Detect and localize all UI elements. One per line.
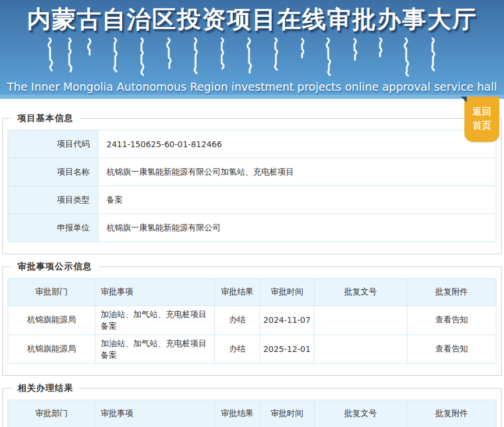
result-cell: 办结: [215, 335, 260, 364]
return-home-label-line2: 首页: [464, 119, 499, 133]
site-title-chinese: 内蒙古自治区投资项目在线审批办事大厅: [0, 0, 504, 35]
column-header-dept: 审批部门: [8, 279, 95, 306]
main-content: 项目基本信息 项目代码 2411-150625-60-01-812466 项目名…: [0, 99, 504, 427]
doc-number-cell: [314, 335, 407, 364]
table-header-row: 审批部门 审批事项 审批结果 审批时间 批复文号 批复附件: [8, 400, 496, 427]
mongolian-script-decoration: [40, 37, 464, 79]
item-cell: 加油站、加气站、充电桩项目备案: [95, 306, 215, 335]
doc-number-cell: [314, 306, 407, 335]
table-row: 项目类型 备案: [8, 186, 496, 214]
site-header: 内蒙古自治区投资项目在线审批办事大厅 The Inner Mongolia Au…: [0, 0, 504, 99]
column-header-result: 审批结果: [215, 400, 260, 427]
row-label: 申报单位: [8, 214, 98, 242]
dept-cell: 杭锦旗能源局: [8, 335, 95, 364]
column-header-attachment: 批复附件: [407, 400, 496, 427]
project-code-value: 2411-150625-60-01-812466: [98, 130, 496, 158]
column-header-item: 审批事项: [95, 400, 215, 427]
project-type-value: 备案: [98, 186, 496, 214]
column-header-doc-number: 批复文号: [314, 400, 407, 427]
approval-publicity-table: 审批部门 审批事项 审批结果 审批时间 批复文号 批复附件 杭锦旗能源局 加油站…: [8, 278, 496, 364]
project-name-value: 杭锦旗一康氢能新能源有限公司加氢站、充电桩项目: [98, 158, 496, 186]
table-row: 申报单位 杭锦旗一康氢能新能源有限公司: [8, 214, 496, 242]
result-cell: 办结: [215, 306, 260, 335]
section-related-results: 相关办理结果 审批部门 审批事项 审批结果 审批时间 批复文号 批复附件: [2, 383, 502, 427]
return-home-label-line1: 返回: [464, 105, 499, 119]
dept-cell: 杭锦旗能源局: [8, 306, 95, 335]
item-cell: 加油站、加气站、充电桩项目备案: [95, 335, 215, 364]
section-title-approval-publicity: 审批事项公示信息: [12, 261, 98, 272]
column-header-attachment: 批复附件: [407, 279, 496, 306]
column-header-result: 审批结果: [215, 279, 260, 306]
column-header-dept: 审批部门: [8, 400, 95, 427]
column-header-item: 审批事项: [95, 279, 215, 306]
section-title-related-results: 相关办理结果: [12, 383, 79, 394]
section-title-basic-info: 项目基本信息: [12, 113, 79, 124]
section-basic-info: 项目基本信息 项目代码 2411-150625-60-01-812466 项目名…: [2, 113, 502, 254]
related-results-table: 审批部门 审批事项 审批结果 审批时间 批复文号 批复附件: [8, 400, 496, 427]
row-label: 项目类型: [8, 186, 98, 214]
date-cell: 2024-11-07: [260, 306, 314, 335]
view-notice-link[interactable]: 查看告知: [407, 306, 496, 335]
table-row: 杭锦旗能源局 加油站、加气站、充电桩项目备案 办结 2025-12-01 查看告…: [8, 335, 496, 364]
declaring-unit-value: 杭锦旗一康氢能新能源有限公司: [98, 214, 496, 242]
return-home-button[interactable]: 返回 首页: [464, 97, 499, 142]
date-cell: 2025-12-01: [260, 335, 314, 364]
column-header-doc-number: 批复文号: [314, 279, 407, 306]
view-notice-link[interactable]: 查看告知: [407, 335, 496, 364]
table-row: 项目名称 杭锦旗一康氢能新能源有限公司加氢站、充电桩项目: [8, 158, 496, 186]
section-approval-publicity: 审批事项公示信息 审批部门 审批事项 审批结果 审批时间 批复文号 批复附件 杭…: [2, 261, 502, 376]
table-row: 项目代码 2411-150625-60-01-812466: [8, 130, 496, 158]
basic-info-table: 项目代码 2411-150625-60-01-812466 项目名称 杭锦旗一康…: [8, 130, 496, 242]
table-row: 杭锦旗能源局 加油站、加气站、充电桩项目备案 办结 2024-11-07 查看告…: [8, 306, 496, 335]
column-header-date: 审批时间: [260, 279, 314, 306]
table-header-row: 审批部门 审批事项 审批结果 审批时间 批复文号 批复附件: [8, 279, 496, 306]
row-label: 项目代码: [8, 130, 98, 158]
row-label: 项目名称: [8, 158, 98, 186]
site-subtitle-english: The Inner Mongolia Autonomous Region inv…: [0, 80, 504, 93]
column-header-date: 审批时间: [260, 400, 314, 427]
